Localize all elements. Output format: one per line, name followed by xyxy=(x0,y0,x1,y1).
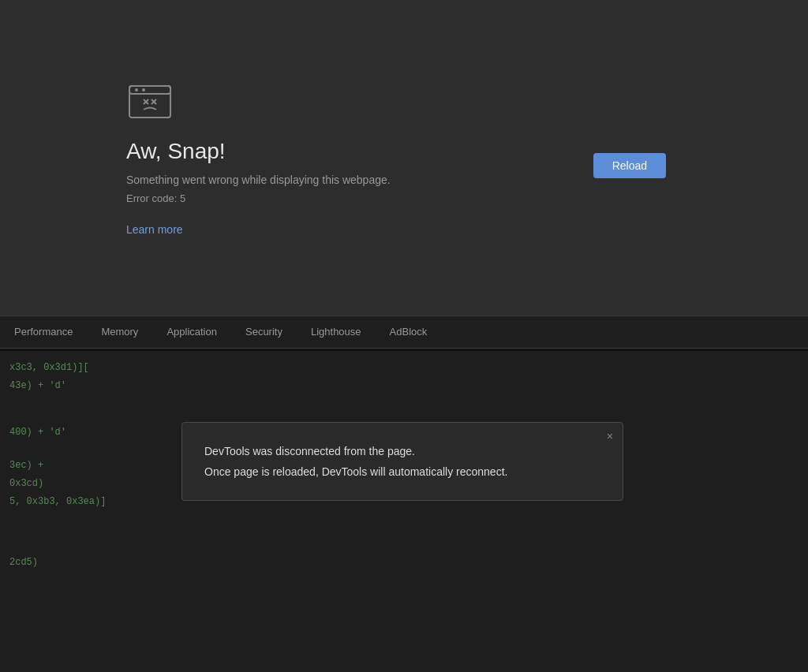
crash-icon xyxy=(126,80,174,123)
console-line: 43e) + 'd' xyxy=(0,377,808,395)
crash-page: Aw, Snap! Something went wrong while dis… xyxy=(0,0,808,315)
devtools-tab-bar: Performance Memory Application Security … xyxy=(0,315,808,349)
reload-button[interactable]: Reload xyxy=(593,153,666,178)
tab-lighthouse[interactable]: Lighthouse xyxy=(297,316,376,348)
tab-adblock[interactable]: AdBlock xyxy=(376,316,442,348)
console-line: x3c3, 0x3d1)][ xyxy=(0,359,808,377)
tab-performance[interactable]: Performance xyxy=(0,316,87,348)
console-line xyxy=(0,539,808,554)
popup-close-button[interactable]: × xyxy=(607,431,613,442)
popup-subtitle: Once page is reloaded, DevTools will aut… xyxy=(204,465,597,478)
crash-error-code: Error code: 5 xyxy=(126,192,808,204)
console-line xyxy=(0,525,808,539)
svg-point-2 xyxy=(135,88,138,91)
learn-more-link[interactable]: Learn more xyxy=(126,223,183,236)
reload-button-wrapper: Reload xyxy=(593,153,666,178)
console-line xyxy=(0,395,808,409)
disconnected-popup: × DevTools was disconnected from the pag… xyxy=(181,422,623,501)
console-area[interactable]: x3c3, 0x3d1)][ 43e) + 'd' 400) + 'd' 3ec… xyxy=(0,351,808,672)
console-line: 2cd5) xyxy=(0,554,808,572)
crash-title: Aw, Snap! xyxy=(126,139,808,164)
console-line xyxy=(0,511,808,525)
tab-memory[interactable]: Memory xyxy=(87,316,152,348)
crash-actions: Learn more xyxy=(126,223,808,236)
crash-message: Something went wrong while displaying th… xyxy=(126,174,808,186)
svg-point-3 xyxy=(142,88,145,91)
tab-application[interactable]: Application xyxy=(152,316,231,348)
popup-title: DevTools was disconnected from the page. xyxy=(204,445,597,457)
tab-security[interactable]: Security xyxy=(231,316,297,348)
